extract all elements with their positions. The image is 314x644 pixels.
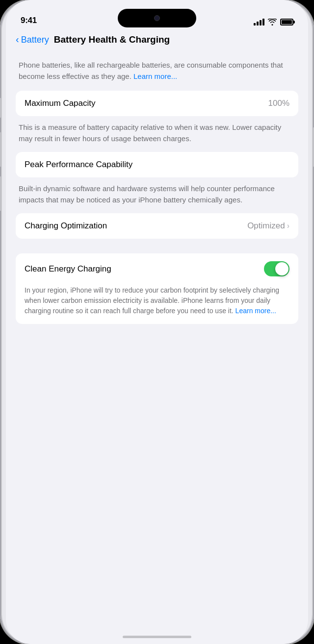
- signal-icon: [254, 19, 264, 25]
- charging-optimization-value: Optimized ›: [247, 221, 289, 231]
- volume-up-button[interactable]: [0, 132, 1, 167]
- wifi-icon: [268, 19, 277, 25]
- back-button[interactable]: ‹ Battery: [16, 34, 49, 45]
- clean-energy-description-block: In your region, iPhone will try to reduc…: [16, 284, 298, 324]
- status-icons: [254, 19, 293, 25]
- charging-optimization-chevron-icon: ›: [287, 222, 289, 230]
- charging-optimization-card[interactable]: Charging Optimization Optimized ›: [16, 213, 298, 239]
- maximum-capacity-description: This is a measure of battery capacity re…: [16, 120, 298, 152]
- content-area: Phone batteries, like all rechargeable b…: [6, 55, 308, 644]
- clean-energy-label: Clean Energy Charging: [25, 264, 111, 274]
- signal-bar-2: [257, 22, 259, 25]
- volume-down-button[interactable]: [0, 176, 1, 211]
- battery-fill: [282, 20, 292, 24]
- front-camera: [154, 15, 160, 21]
- phone-frame: 9:41: [0, 0, 314, 644]
- section-gap-1: [16, 243, 298, 253]
- clean-energy-toggle[interactable]: [264, 261, 289, 276]
- nav-header: ‹ Battery Battery Health & Charging: [6, 29, 308, 52]
- peak-performance-description: Built-in dynamic software and hardware s…: [16, 181, 298, 213]
- charging-optimization-label: Charging Optimization: [25, 221, 107, 231]
- peak-performance-row: Peak Performance Capability: [16, 152, 298, 177]
- battery-icon: [280, 19, 293, 25]
- charging-optimization-row[interactable]: Charging Optimization Optimized ›: [16, 213, 298, 239]
- back-label: Battery: [21, 35, 49, 45]
- bottom-spacer: [16, 328, 298, 367]
- clean-energy-learn-more-link[interactable]: Learn more...: [236, 307, 276, 315]
- signal-bar-4: [262, 19, 264, 25]
- clean-energy-row: Clean Energy Charging: [16, 253, 298, 284]
- charging-optimization-value-text: Optimized: [247, 221, 285, 231]
- mute-switch[interactable]: [0, 98, 1, 118]
- maximum-capacity-row: Maximum Capacity 100%: [16, 91, 298, 116]
- dynamic-island: [118, 9, 196, 27]
- status-time: 9:41: [21, 16, 37, 25]
- peak-performance-label: Peak Performance Capability: [25, 160, 132, 170]
- maximum-capacity-card: Maximum Capacity 100%: [16, 91, 298, 116]
- clean-energy-card: Clean Energy Charging In your region, iP…: [16, 253, 298, 324]
- page-title: Battery Health & Charging: [54, 34, 170, 45]
- home-indicator[interactable]: [123, 636, 191, 638]
- intro-learn-more-link[interactable]: Learn more...: [133, 72, 177, 80]
- phone-screen: 9:41: [6, 0, 308, 644]
- toggle-thumb: [275, 262, 288, 275]
- peak-performance-card: Peak Performance Capability: [16, 152, 298, 177]
- intro-text-block: Phone batteries, like all rechargeable b…: [16, 55, 298, 91]
- signal-bar-3: [260, 20, 262, 25]
- maximum-capacity-label: Maximum Capacity: [25, 99, 96, 108]
- maximum-capacity-value: 100%: [268, 99, 289, 108]
- back-chevron-icon: ‹: [16, 34, 19, 45]
- signal-bar-1: [254, 23, 256, 25]
